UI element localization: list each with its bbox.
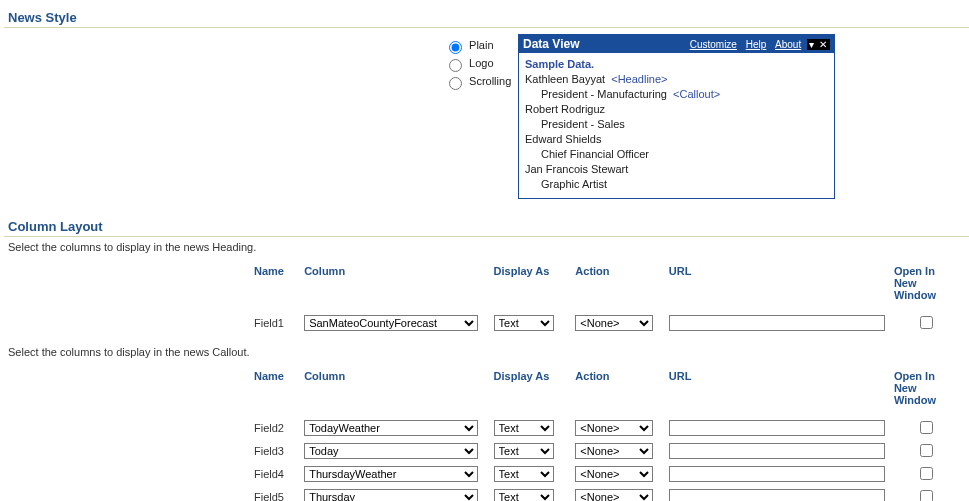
displayas-select[interactable]: Text bbox=[494, 466, 554, 482]
radio-logo-input[interactable] bbox=[449, 59, 462, 72]
displayas-select[interactable]: Text bbox=[494, 315, 554, 331]
heading-instruction: Select the columns to display in the new… bbox=[8, 241, 969, 253]
news-style-row: Plain Logo Scrolling Data View Customize… bbox=[4, 34, 969, 199]
column-select[interactable]: SanMateoCountyForecast bbox=[304, 315, 478, 331]
open-new-window-checkbox[interactable] bbox=[920, 421, 933, 434]
field-name: Field1 bbox=[254, 311, 304, 334]
action-select[interactable]: <None> bbox=[575, 443, 653, 459]
hdr-url: URL bbox=[669, 261, 894, 311]
field-name: Field3 bbox=[254, 439, 304, 462]
data-view-panel: Data View Customize Help About ▾ ✕ Sampl… bbox=[518, 34, 835, 199]
data-view-titlebar: Data View Customize Help About ▾ ✕ bbox=[519, 35, 834, 53]
sample-role: Graphic Artist bbox=[525, 177, 828, 192]
sample-row-1: Robert Rodriguz President - Sales bbox=[525, 102, 828, 132]
action-select[interactable]: <None> bbox=[575, 489, 653, 502]
hdr-name: Name bbox=[254, 366, 304, 416]
column-select[interactable]: TodayWeather bbox=[304, 420, 478, 436]
radio-plain[interactable]: Plain bbox=[444, 38, 514, 54]
data-view-title: Data View bbox=[523, 37, 583, 51]
hdr-column: Column bbox=[304, 366, 493, 416]
sample-role: President - Sales bbox=[525, 117, 828, 132]
callout-grid: Name Column Display As Action URL Open I… bbox=[254, 366, 964, 501]
heading-row-0: Field1 SanMateoCountyForecast Text <None… bbox=[254, 311, 964, 334]
url-input[interactable] bbox=[669, 315, 885, 331]
field-name: Field5 bbox=[254, 485, 304, 501]
section-title-column-layout: Column Layout bbox=[4, 217, 969, 237]
action-select[interactable]: <None> bbox=[575, 315, 653, 331]
hdr-disp: Display As bbox=[494, 366, 576, 416]
hdr-action: Action bbox=[575, 366, 668, 416]
column-select[interactable]: ThursdayWeather bbox=[304, 466, 478, 482]
radio-plain-label: Plain bbox=[469, 39, 493, 51]
callout-row-2: Field4 ThursdayWeather Text <None> bbox=[254, 462, 964, 485]
link-about[interactable]: About bbox=[775, 39, 801, 50]
hdr-action: Action bbox=[575, 261, 668, 311]
link-help[interactable]: Help bbox=[746, 39, 767, 50]
url-input[interactable] bbox=[669, 443, 885, 459]
field-name: Field4 bbox=[254, 462, 304, 485]
sample-row-3: Jan Francois Stewart Graphic Artist bbox=[525, 162, 828, 192]
displayas-select[interactable]: Text bbox=[494, 420, 554, 436]
hdr-url: URL bbox=[669, 366, 894, 416]
data-view-body: Sample Data. Kathleen Bayyat <Headline> … bbox=[519, 53, 834, 198]
hdr-name: Name bbox=[254, 261, 304, 311]
column-select[interactable]: Today bbox=[304, 443, 478, 459]
callout-row-0: Field2 TodayWeather Text <None> bbox=[254, 416, 964, 439]
callout-row-3: Field5 Thursday Text <None> bbox=[254, 485, 964, 501]
grid-header-row: Name Column Display As Action URL Open I… bbox=[254, 366, 964, 416]
sample-row-2: Edward Shields Chief Financial Officer bbox=[525, 132, 828, 162]
link-customize[interactable]: Customize bbox=[690, 39, 737, 50]
url-input[interactable] bbox=[669, 466, 885, 482]
action-select[interactable]: <None> bbox=[575, 466, 653, 482]
displayas-select[interactable]: Text bbox=[494, 489, 554, 502]
sample-data-label: Sample Data. bbox=[525, 57, 828, 72]
sample-name: Robert Rodriguz bbox=[525, 103, 605, 115]
open-new-window-checkbox[interactable] bbox=[920, 316, 933, 329]
radio-scrolling[interactable]: Scrolling bbox=[444, 74, 514, 90]
sample-name: Kathleen Bayyat bbox=[525, 73, 605, 85]
open-new-window-checkbox[interactable] bbox=[920, 490, 933, 501]
displayas-select[interactable]: Text bbox=[494, 443, 554, 459]
open-new-window-checkbox[interactable] bbox=[920, 444, 933, 457]
radio-plain-input[interactable] bbox=[449, 41, 462, 54]
hdr-open: Open In New Window bbox=[894, 261, 964, 311]
sample-role: Chief Financial Officer bbox=[525, 147, 828, 162]
window-buttons[interactable]: ▾ ✕ bbox=[807, 39, 830, 50]
column-select[interactable]: Thursday bbox=[304, 489, 478, 502]
heading-grid: Name Column Display As Action URL Open I… bbox=[254, 261, 964, 334]
news-style-radios: Plain Logo Scrolling bbox=[444, 34, 514, 92]
radio-scrolling-input[interactable] bbox=[449, 77, 462, 90]
sample-row-0: Kathleen Bayyat <Headline> President - M… bbox=[525, 72, 828, 102]
field-name: Field2 bbox=[254, 416, 304, 439]
hdr-column: Column bbox=[304, 261, 493, 311]
open-new-window-checkbox[interactable] bbox=[920, 467, 933, 480]
sample-name: Jan Francois Stewart bbox=[525, 163, 628, 175]
radio-scrolling-label: Scrolling bbox=[469, 75, 511, 87]
headline-tag: <Headline> bbox=[611, 73, 667, 85]
hdr-disp: Display As bbox=[494, 261, 576, 311]
hdr-open: Open In New Window bbox=[894, 366, 964, 416]
data-view-links: Customize Help About bbox=[684, 39, 802, 50]
sample-role: President - Manufacturing bbox=[541, 88, 667, 100]
callout-instruction: Select the columns to display in the new… bbox=[8, 346, 969, 358]
url-input[interactable] bbox=[669, 420, 885, 436]
grid-header-row: Name Column Display As Action URL Open I… bbox=[254, 261, 964, 311]
section-title-news-style: News Style bbox=[4, 8, 969, 28]
sample-name: Edward Shields bbox=[525, 133, 601, 145]
action-select[interactable]: <None> bbox=[575, 420, 653, 436]
radio-logo-label: Logo bbox=[469, 57, 493, 69]
callout-row-1: Field3 Today Text <None> bbox=[254, 439, 964, 462]
callout-tag: <Callout> bbox=[673, 88, 720, 100]
radio-logo[interactable]: Logo bbox=[444, 56, 514, 72]
url-input[interactable] bbox=[669, 489, 885, 502]
